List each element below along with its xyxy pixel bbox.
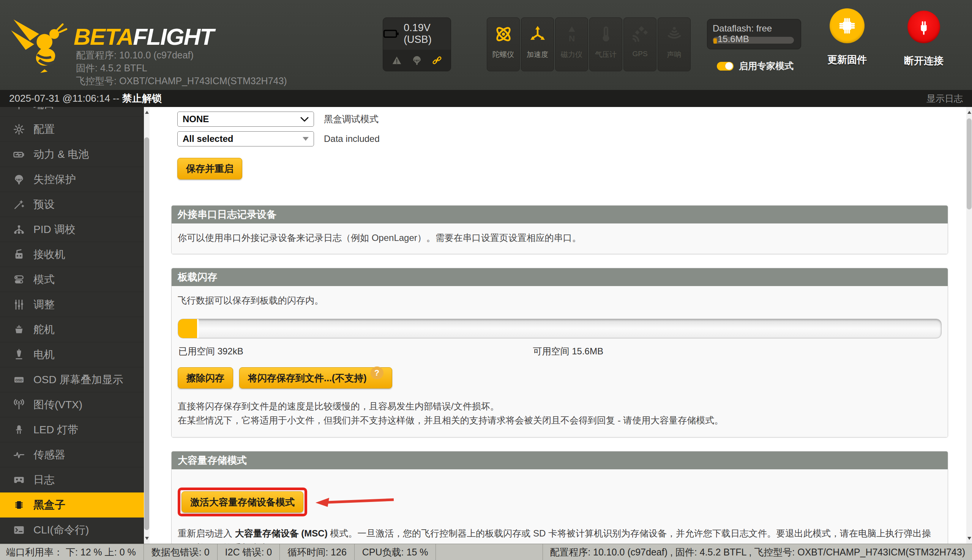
battery-icon: [13, 148, 25, 160]
flash-usage-bar: [178, 319, 942, 338]
scroll-up-icon[interactable]: [966, 107, 972, 118]
activate-msc-button[interactable]: 激活大容量存储设备模式: [182, 491, 303, 513]
usb-link-icon: [431, 55, 443, 66]
sonar-icon: [664, 24, 685, 44]
failsafe-parachute-icon: [411, 55, 423, 66]
sidebar-item-servos[interactable]: 舵机: [0, 317, 144, 342]
dataflash-label: Dataflash: free: [713, 23, 795, 34]
chip-icon: [13, 499, 25, 511]
betaflight-configurator: BETAFLIGHT 配置程序: 10.10.0 (c97deaf) 固件: 4…: [0, 0, 972, 560]
firmware-version: 固件: 4.5.2 BTFL: [76, 62, 287, 74]
cpu-load: CPU负载: 15 %: [355, 544, 436, 560]
sidebar-item-blackbox[interactable]: 黑盒子: [0, 492, 144, 518]
mass-storage-section: 大容量存储模式 激活大容量存储设备模式 重新启动进入 大容量存储设备 (MSC)…: [171, 451, 948, 544]
tape-icon: [13, 474, 25, 486]
sensor-tile-gyro: 陀螺仪: [487, 17, 520, 71]
onboard-flash-description: 飞行数据可以保存到板载的闪存内。: [178, 294, 942, 307]
sidebar-scrollbar-thumb[interactable]: [144, 137, 149, 530]
brand-title: BETAFLIGHT: [73, 25, 287, 48]
sensor-tile-sonar: 声呐: [658, 17, 691, 71]
debug-mode-label: 黑盒调试模式: [324, 113, 379, 125]
plug-icon: [13, 107, 25, 110]
motor-icon: [13, 349, 25, 361]
scroll-down-icon[interactable]: [144, 533, 150, 544]
battery-icon: [383, 28, 400, 40]
show-log-link[interactable]: 显示日志: [927, 93, 963, 105]
sidebar-item-logging[interactable]: 日志: [0, 467, 144, 492]
nodes-icon: [13, 223, 25, 236]
blackbox-debug-mode-select[interactable]: NONE: [177, 112, 314, 127]
sidebar-item-power-battery[interactable]: 动力 & 电池: [0, 142, 144, 167]
sidebar-item-failsafe[interactable]: 失控保护: [0, 167, 144, 192]
onboard-flash-section-title: 板载闪存: [172, 268, 948, 286]
scroll-down-icon[interactable]: [966, 533, 972, 544]
servo-icon: [13, 323, 25, 336]
flash-free-label: 可用空间 15.6MB: [533, 345, 603, 357]
scroll-up-icon[interactable]: [144, 107, 150, 118]
save-reboot-button[interactable]: 保存并重启: [177, 158, 242, 180]
save-flash-to-file-button[interactable]: 将闪存保存到文件...(不支持) ?: [239, 367, 392, 388]
sensor-tile-mag: N 磁力仪: [555, 17, 588, 71]
sidebar-item-adjustments[interactable]: 调整: [0, 292, 144, 317]
red-highlight-box: 激活大容量存储设备模式: [178, 488, 307, 517]
header: BETAFLIGHT 配置程序: 10.10.0 (c97deaf) 固件: 4…: [0, 0, 972, 90]
bottom-status-bar: 端口利用率： 下: 12 % 上: 0 % 数据包错误: 0 I2C 错误: 0…: [0, 544, 972, 560]
battery-voltage: 0.19V (USB): [404, 22, 451, 45]
sidebar-scrollbar[interactable]: [144, 107, 150, 544]
usb-plug-icon: [915, 18, 932, 36]
flash-used-fill: [178, 319, 199, 338]
sidebar-item-osd[interactable]: OSD OSD 屏幕叠加显示: [0, 367, 144, 392]
timestamp: 2025-07-31 @11:06:14 --: [9, 93, 122, 104]
msc-description: 重新启动进入 大容量存储设备 (MSC) 模式。一旦激活，您的飞行控制器上的板载…: [178, 526, 942, 544]
onboard-flash-section: 板载闪存 飞行数据可以保存到板载的闪存内。 已用空间 392kB 可用空间 15…: [171, 268, 948, 437]
sidebar-nav: 端口 配置 动力 & 电池 失控保护 预设 PID 调校: [0, 107, 144, 544]
flash-note-line1: 直接将闪存保存到文件是的速度是比较缓慢的，且容易发生内部错误/文件损坏。: [178, 399, 942, 413]
build-info: 配置程序: 10.10.0 (c97deaf) , 固件: 4.5.2 BTFL…: [543, 544, 972, 560]
sidebar-item-pid-tuning[interactable]: PID 调校: [0, 217, 144, 242]
sensor-tile-baro: 气压计: [589, 17, 622, 71]
window-scrollbar-thumb[interactable]: [967, 118, 972, 210]
sidebar-item-motors[interactable]: 电机: [0, 342, 144, 367]
gear-icon: [13, 123, 25, 135]
window-scrollbar[interactable]: [966, 107, 972, 544]
configurator-version: 配置程序: 10.10.0 (c97deaf): [76, 48, 287, 62]
sidebar-item-receiver[interactable]: 接收机: [0, 242, 144, 267]
chevron-down-icon: [300, 117, 309, 122]
help-icon[interactable]: ?: [371, 367, 384, 379]
barometer-icon: [596, 24, 616, 44]
sidebar-item-configuration[interactable]: 配置: [0, 117, 144, 142]
sidebar-item-sensors[interactable]: 传感器: [0, 442, 144, 467]
dataflash-used-tick: [713, 38, 717, 43]
accelerometer-icon: [528, 24, 548, 44]
receiver-icon: [13, 248, 25, 261]
port-utilization: 端口利用率： 下: 12 % 上: 0 %: [0, 544, 144, 560]
sidebar-item-led-strip[interactable]: LED 灯带: [0, 417, 144, 442]
arming-disabled-flag: 禁止解锁: [122, 92, 162, 105]
update-firmware-button[interactable]: 更新固件: [822, 8, 872, 67]
flash-note-line2: 在某些情况下，它将适用于小文件，但我们并不支持这样做，并且相关的支持请求将会被关…: [178, 413, 942, 427]
mass-storage-section-title: 大容量存储模式: [172, 452, 948, 469]
expert-mode-toggle[interactable]: [717, 62, 733, 70]
sidebar-item-modes[interactable]: 模式: [0, 267, 144, 292]
wand-icon: [13, 198, 25, 210]
erase-flash-button[interactable]: 擦除闪存: [178, 367, 233, 388]
packet-errors: 数据包错误: 0: [144, 544, 217, 560]
parachute-icon: [13, 173, 25, 185]
sidebar-item-presets[interactable]: 预设: [0, 192, 144, 217]
data-included-label: Data included: [324, 133, 380, 144]
sidebar-item-ports[interactable]: 端口: [0, 107, 144, 117]
sidebar-item-vtx[interactable]: 图传(VTX): [0, 392, 144, 417]
led-icon: [13, 424, 25, 436]
hornet-logo-icon: [10, 12, 71, 73]
warning-icon: [391, 55, 402, 66]
data-included-select[interactable]: All selected: [177, 131, 314, 147]
serial-logging-section-body: 你可以使用串口外接记录设备来记录日志（例如 OpenLager）。需要在串口设置…: [172, 223, 948, 254]
antenna-icon: [13, 399, 25, 411]
sensor-tile-accel: 加速度: [521, 17, 554, 71]
gps-icon: [630, 24, 650, 44]
sidebar-item-cli[interactable]: CLI(命令行): [0, 518, 144, 543]
disconnect-button[interactable]: 断开连接: [899, 11, 949, 68]
blackbox-tab-content: NONE 黑盒调试模式 All selected Data included 保…: [150, 107, 966, 544]
magnetometer-icon: N: [561, 24, 582, 44]
serial-logging-section-title: 外接串口日志记录设备: [172, 206, 948, 223]
